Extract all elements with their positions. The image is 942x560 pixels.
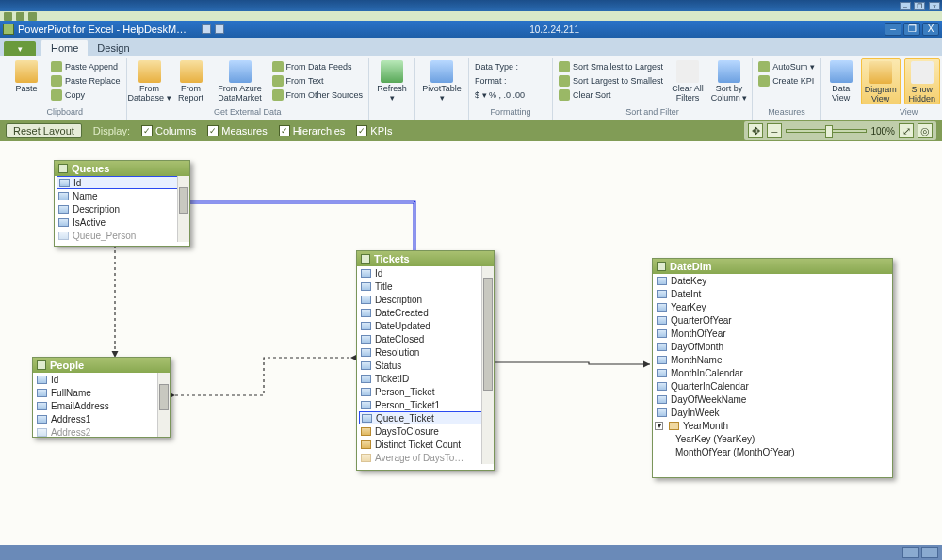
pan-icon[interactable]: ✥: [748, 123, 763, 138]
field-datedim-yearkey[interactable]: YearKey: [653, 300, 892, 313]
copy-button[interactable]: Copy: [49, 88, 122, 102]
sort-by-column-button[interactable]: Sort by Column ▾: [710, 58, 748, 103]
field-tickets-id[interactable]: Id: [357, 266, 494, 280]
field-tickets-dateclosed[interactable]: DateClosed: [357, 332, 494, 345]
format-dropdown[interactable]: Format :: [473, 73, 548, 88]
tab-home[interactable]: Home: [41, 40, 88, 56]
reset-layout-button[interactable]: Reset Layout: [6, 123, 82, 138]
os-close-button[interactable]: x: [929, 2, 940, 10]
field-tickets-datecreated[interactable]: DateCreated: [357, 306, 494, 319]
show-hidden-button[interactable]: Show Hidden: [904, 58, 940, 104]
file-tab[interactable]: ▾: [4, 41, 36, 56]
hierarchies-checkbox[interactable]: ✓Hierarchies: [279, 125, 346, 136]
from-azure-button[interactable]: From Azure DataMarket: [214, 58, 267, 103]
field-datedim-quarterincalendar[interactable]: QuarterInCalendar: [653, 379, 892, 392]
field-tickets-status[interactable]: Status: [357, 359, 494, 372]
zoom-out-button[interactable]: –: [767, 123, 782, 138]
field-datedim-monthincalendar[interactable]: MonthInCalendar: [653, 366, 892, 379]
paste-button[interactable]: Paste: [8, 58, 45, 93]
kpis-checkbox[interactable]: ✓KPIs: [356, 125, 392, 136]
app-close-button[interactable]: X: [922, 23, 939, 36]
field-people-email[interactable]: EmailAddress: [33, 399, 170, 412]
table-datedim[interactable]: DateDim DateKey DateInt YearKey QuarterO…: [652, 258, 893, 478]
from-other-sources-button[interactable]: From Other Sources: [270, 88, 365, 102]
field-tickets-personticket1[interactable]: Person_Ticket1: [357, 398, 494, 411]
scrollbar[interactable]: [481, 266, 494, 464]
field-datedim-dayinweek[interactable]: DayInWeek: [653, 406, 892, 419]
statusbar-view-icon[interactable]: [921, 547, 938, 558]
clear-all-filters-button[interactable]: Clear All Filters: [669, 58, 706, 103]
actual-size-button[interactable]: ◎: [918, 123, 933, 138]
os-qa-icon[interactable]: [16, 12, 24, 21]
field-datedim-monthofyear[interactable]: MonthOfYear: [653, 327, 892, 340]
hierarchy-level-yearkey[interactable]: YearKey (YearKey): [653, 432, 892, 445]
paste-append-button[interactable]: Paste Append: [49, 59, 122, 73]
field-tickets-queueticket[interactable]: Queue_Ticket: [359, 411, 493, 424]
field-queues-isactive[interactable]: IsActive: [55, 216, 189, 229]
field-people-fullname[interactable]: FullName: [33, 386, 170, 399]
sort-l2s-button[interactable]: Sort Largest to Smallest: [557, 73, 665, 88]
columns-checkbox[interactable]: ✓Columns: [141, 125, 196, 136]
pivottable-button[interactable]: PivotTable ▾: [419, 58, 464, 103]
refresh-button[interactable]: Refresh ▾: [373, 58, 411, 103]
field-queues-queueperson[interactable]: Queue_Person: [55, 229, 189, 242]
app-min-button[interactable]: –: [885, 23, 901, 36]
zoom-level: 100%: [870, 126, 895, 136]
qa-icon[interactable]: [202, 24, 211, 34]
qa-icon[interactable]: [215, 24, 224, 34]
field-queues-id[interactable]: Id: [57, 176, 188, 189]
field-tickets-distinctcount[interactable]: Distinct Ticket Count: [357, 438, 494, 451]
paste-replace-button[interactable]: Paste Replace: [49, 73, 122, 88]
field-tickets-description[interactable]: Description: [357, 293, 494, 306]
measures-checkbox[interactable]: ✓Measures: [207, 125, 267, 136]
os-qa-icon[interactable]: [28, 12, 37, 21]
os-qa-icon[interactable]: [4, 12, 12, 21]
from-data-feeds-button[interactable]: From Data Feeds: [270, 59, 365, 73]
field-datedim-quarterofyear[interactable]: QuarterOfYear: [653, 313, 892, 327]
sort-s2l-button[interactable]: Sort Smallest to Largest: [557, 59, 665, 73]
from-text-button[interactable]: From Text: [270, 73, 365, 88]
os-max-button[interactable]: ❐: [914, 2, 925, 10]
collapse-icon[interactable]: ▾: [655, 422, 663, 430]
number-format-buttons[interactable]: $ ▾ % , .0 .00: [473, 88, 548, 102]
data-type-dropdown[interactable]: Data Type :: [473, 59, 548, 73]
statusbar-view-icon[interactable]: [902, 547, 919, 558]
create-kpi-button[interactable]: Create KPI: [756, 73, 817, 88]
autosum-button[interactable]: AutoSum ▾: [756, 59, 817, 73]
field-tickets-avgdaysto[interactable]: Average of DaysTo…: [357, 451, 494, 464]
field-datedim-datekey[interactable]: DateKey: [653, 274, 892, 287]
field-people-id[interactable]: Id: [33, 373, 170, 386]
status-bar: [0, 545, 942, 560]
field-queues-name[interactable]: Name: [55, 189, 189, 202]
zoom-slider[interactable]: [786, 129, 867, 133]
diagram-canvas[interactable]: Queues Id Name Description IsActive Queu…: [0, 141, 942, 560]
field-tickets-title[interactable]: Title: [357, 280, 494, 293]
field-datedim-monthname[interactable]: MonthName: [653, 353, 892, 366]
field-datedim-dayofweekname[interactable]: DayOfWeekName: [653, 392, 892, 406]
data-view-button[interactable]: Data View: [825, 58, 857, 103]
from-database-button[interactable]: From Database ▾: [131, 58, 169, 103]
group-label-getdata: Get External Data: [131, 107, 365, 120]
diagram-view-button[interactable]: Diagram View: [861, 58, 901, 104]
app-max-button[interactable]: ❐: [903, 23, 920, 36]
hierarchy-yearmonth[interactable]: ▾YearMonth: [653, 419, 892, 432]
os-min-button[interactable]: –: [900, 2, 911, 10]
field-tickets-ticketid[interactable]: TicketID: [357, 372, 494, 385]
field-datedim-dateint[interactable]: DateInt: [653, 287, 892, 300]
hierarchy-level-monthofyear[interactable]: MonthOfYear (MonthOfYear): [653, 445, 892, 458]
from-report-button[interactable]: From Report: [172, 58, 210, 103]
field-people-address2[interactable]: Address2: [33, 425, 170, 437]
table-queues[interactable]: Queues Id Name Description IsActive Queu…: [54, 160, 190, 247]
field-tickets-resolution[interactable]: Resolution: [357, 345, 494, 359]
field-people-address1[interactable]: Address1: [33, 412, 170, 425]
table-people[interactable]: People Id FullName EmailAddress Address1…: [32, 357, 171, 438]
field-queues-description[interactable]: Description: [55, 202, 189, 216]
field-tickets-personticket[interactable]: Person_Ticket: [357, 385, 494, 398]
tab-design[interactable]: Design: [88, 40, 138, 56]
field-tickets-daystoclosure[interactable]: DaysToClosure: [357, 424, 494, 438]
fit-screen-button[interactable]: ⤢: [899, 123, 914, 138]
field-tickets-dateupdated[interactable]: DateUpdated: [357, 319, 494, 332]
clear-sort-button[interactable]: Clear Sort: [557, 88, 665, 102]
field-datedim-dayofmonth[interactable]: DayOfMonth: [653, 340, 892, 353]
table-tickets[interactable]: Tickets Id Title Description DateCreated…: [356, 250, 495, 471]
